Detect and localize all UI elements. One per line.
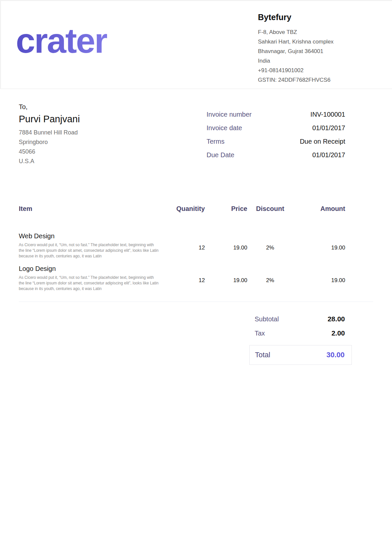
- item-amount: 19.00: [293, 232, 345, 259]
- invoice-date-row: Invoice date 01/01/2017: [207, 124, 345, 132]
- subtotal-label: Subtotal: [255, 315, 279, 323]
- invoice-header: crater Bytefury F-8, Above TBZ Sahkari H…: [0, 0, 392, 89]
- item-quantity: 12: [162, 232, 205, 259]
- total-label: Total: [255, 351, 270, 359]
- total-value: 30.00: [326, 351, 345, 359]
- discount-column-header: Discount: [247, 205, 293, 213]
- company-name: Bytefury: [258, 13, 373, 22]
- item-discount: 2%: [247, 265, 293, 292]
- company-address-line: India: [258, 56, 373, 66]
- subtotal-row: Subtotal 28.00: [249, 315, 352, 323]
- item-quantity: 12: [162, 265, 205, 292]
- item-cell: Web Design As Cicero would put it, “Um, …: [19, 232, 162, 259]
- price-column-header: Price: [205, 205, 247, 213]
- quantity-column-header: Quanitity: [162, 205, 205, 213]
- total-box: Total 30.00: [249, 345, 352, 365]
- invoice-meta-block: Invoice number INV-100001 Invoice date 0…: [207, 110, 345, 166]
- bill-to-block: To, Purvi Panjvani 7884 Bunnel Hill Road…: [19, 103, 80, 166]
- amount-column-header: Amount: [293, 205, 345, 213]
- customer-name: Purvi Panjvani: [19, 114, 80, 125]
- company-address-line: Bhavnagar, Gujrat 364001: [258, 46, 373, 56]
- customer-address-line: 7884 Bunnel Hill Road: [19, 128, 80, 137]
- customer-address-line: 45066: [19, 147, 80, 157]
- crater-logo: crater: [16, 23, 107, 89]
- tax-value: 2.00: [331, 329, 345, 337]
- company-address-line: Sahkari Hart, Krishna complex: [258, 37, 373, 46]
- table-footer-divider: [19, 302, 373, 302]
- item-description: As Cicero would put it, “Um, not so fast…: [19, 242, 159, 259]
- item-cell: Logo Design As Cicero would put it, “Um,…: [19, 265, 162, 292]
- to-label: To,: [19, 103, 80, 111]
- page-edge-top: [0, 0, 392, 1]
- invoice-date-label: Invoice date: [207, 124, 242, 132]
- due-date-value: 01/01/2017: [312, 151, 345, 159]
- item-price: 19.00: [205, 232, 247, 259]
- tax-label: Tax: [255, 330, 265, 337]
- terms-value: Due on Receipt: [300, 137, 345, 145]
- customer-address-line: U.S.A: [19, 157, 80, 166]
- items-table: Item Quanitity Price Discount Amount Web…: [19, 205, 373, 302]
- due-date-row: Due Date 01/01/2017: [207, 151, 345, 159]
- customer-address-line: Springboro: [19, 137, 80, 147]
- totals-section: Subtotal 28.00 Tax 2.00 Total 30.00: [19, 315, 373, 365]
- item-column-header: Item: [19, 205, 162, 213]
- item-amount: 19.00: [293, 265, 345, 292]
- items-table-header: Item Quanitity Price Discount Amount: [19, 205, 373, 213]
- terms-row: Terms Due on Receipt: [207, 137, 345, 145]
- table-row: Web Design As Cicero would put it, “Um, …: [19, 232, 373, 259]
- due-date-label: Due Date: [207, 151, 235, 159]
- invoice-date-value: 01/01/2017: [312, 124, 345, 132]
- item-description: As Cicero would put it, “Um, not so fast…: [19, 275, 159, 292]
- terms-label: Terms: [207, 137, 224, 145]
- company-gstin: GSTIN: 24DDF7682FHVCS6: [258, 75, 373, 85]
- invoice-number-label: Invoice number: [207, 110, 252, 118]
- company-address-line: F-8, Above TBZ: [258, 27, 373, 37]
- item-name: Logo Design: [19, 265, 162, 273]
- subtotal-value: 28.00: [327, 315, 345, 323]
- tax-row: Tax 2.00: [249, 329, 352, 337]
- item-discount: 2%: [247, 232, 293, 259]
- item-name: Web Design: [19, 232, 162, 240]
- item-price: 19.00: [205, 265, 247, 292]
- invoice-number-value: INV-100001: [310, 110, 345, 118]
- page-edge-left: [0, 0, 1, 89]
- invoice-number-row: Invoice number INV-100001: [207, 110, 345, 118]
- table-row: Logo Design As Cicero would put it, “Um,…: [19, 265, 373, 292]
- billing-section: To, Purvi Panjvani 7884 Bunnel Hill Road…: [0, 89, 392, 166]
- company-block: Bytefury F-8, Above TBZ Sahkari Hart, Kr…: [258, 10, 373, 89]
- company-phone: +91-08141901002: [258, 66, 373, 75]
